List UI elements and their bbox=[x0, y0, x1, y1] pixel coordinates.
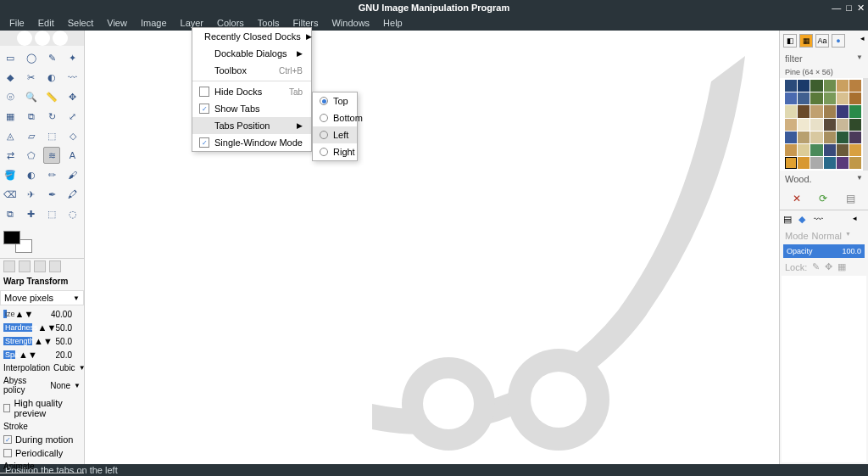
pattern-swatch[interactable] bbox=[849, 92, 861, 104]
tool-text[interactable]: A bbox=[64, 147, 81, 164]
tool-scale[interactable]: ⤢ bbox=[64, 108, 81, 125]
minimize-icon[interactable]: — bbox=[832, 3, 841, 14]
pattern-swatch[interactable] bbox=[837, 157, 849, 169]
warp-mode-select[interactable]: Move pixels▼ bbox=[0, 290, 84, 305]
tabs-pos-top[interactable]: Top bbox=[313, 92, 357, 109]
pattern-swatch[interactable] bbox=[849, 105, 861, 117]
pattern-swatch[interactable] bbox=[785, 119, 797, 131]
dock-menu-icon[interactable]: ◂ bbox=[853, 214, 865, 226]
tab-layers[interactable]: ▤ bbox=[783, 214, 795, 226]
menu-tabs-position[interactable]: Tabs Position▶ bbox=[192, 117, 311, 134]
dock-menu-icon[interactable]: ◂ bbox=[860, 34, 865, 48]
dock-tab-tool-options[interactable] bbox=[3, 260, 15, 272]
pattern-swatch[interactable] bbox=[837, 119, 849, 131]
pattern-swatch[interactable] bbox=[798, 132, 810, 143]
tool-flip[interactable]: ⇄ bbox=[2, 147, 19, 164]
tool-cage[interactable]: ⬠ bbox=[23, 147, 40, 164]
menu-show-tabs[interactable]: Show Tabs bbox=[192, 100, 311, 117]
pattern-swatch[interactable] bbox=[824, 132, 836, 143]
maximize-icon[interactable]: □ bbox=[846, 3, 852, 14]
pattern-swatch[interactable] bbox=[837, 132, 849, 143]
tool-blur[interactable]: ◌ bbox=[64, 205, 81, 222]
pattern-swatch[interactable] bbox=[810, 80, 822, 92]
spinner-icon[interactable]: ▲▼ bbox=[38, 322, 57, 333]
pattern-swatch[interactable] bbox=[837, 92, 849, 104]
layer-list[interactable] bbox=[782, 276, 866, 462]
pattern-swatch[interactable] bbox=[798, 105, 810, 117]
spinner-icon[interactable]: ▲▼ bbox=[34, 336, 53, 346]
pattern-swatch[interactable] bbox=[785, 80, 797, 92]
hardness-slider[interactable]: Hardness 50.0 ▲▼ bbox=[0, 321, 84, 334]
tab-paths[interactable]: 〰 bbox=[814, 214, 826, 226]
lock-move-icon[interactable]: ✥ bbox=[825, 261, 832, 272]
tool-pencil[interactable]: ✏ bbox=[43, 166, 60, 183]
pattern-swatch[interactable] bbox=[849, 132, 861, 143]
tool-warp[interactable]: ≋ bbox=[43, 147, 60, 164]
pattern-swatch[interactable] bbox=[824, 92, 836, 104]
tab-patterns[interactable]: ▦ bbox=[799, 34, 813, 48]
pattern-swatch[interactable] bbox=[785, 92, 797, 104]
lock-paint-icon[interactable]: ✎ bbox=[812, 261, 820, 272]
pattern-swatch[interactable] bbox=[824, 119, 836, 131]
pattern-swatch[interactable] bbox=[810, 132, 822, 143]
pattern-swatch[interactable] bbox=[785, 105, 797, 117]
tool-fuzzy-select[interactable]: ✦ bbox=[64, 49, 81, 66]
strength-slider[interactable]: Strength 50.0 ▲▼ bbox=[0, 334, 84, 348]
tool-foreground-select[interactable]: ◐ bbox=[43, 69, 60, 86]
tool-ink[interactable]: ✒ bbox=[43, 186, 60, 203]
during-motion-check[interactable]: ✓ During motion bbox=[0, 433, 84, 446]
tool-shear[interactable]: ◬ bbox=[2, 127, 19, 144]
tool-color-picker[interactable]: ⦾ bbox=[2, 88, 19, 105]
tool-unified-transform[interactable]: ⬚ bbox=[43, 127, 60, 144]
spinner-icon[interactable]: ▲▼ bbox=[19, 350, 37, 360]
pattern-filter[interactable]: filter ▼ bbox=[780, 51, 868, 66]
pattern-swatch[interactable] bbox=[785, 157, 797, 169]
tool-perspective[interactable]: ▱ bbox=[23, 127, 40, 144]
menu-recently-closed[interactable]: Recently Closed Docks▶ bbox=[192, 28, 311, 45]
menu-select[interactable]: Select bbox=[62, 16, 100, 30]
tool-gradient[interactable]: ◐ bbox=[23, 166, 40, 183]
tabs-pos-right[interactable]: Right bbox=[313, 143, 357, 160]
tool-move[interactable]: ✥ bbox=[64, 88, 81, 105]
tool-rotate[interactable]: ↻ bbox=[43, 108, 60, 125]
tab-history[interactable]: ● bbox=[832, 34, 845, 48]
close-icon[interactable]: ✕ bbox=[857, 3, 865, 14]
pattern-swatch[interactable] bbox=[849, 144, 861, 156]
pattern-swatch[interactable] bbox=[849, 119, 861, 131]
delete-icon[interactable]: ✕ bbox=[793, 193, 801, 204]
pattern-swatch[interactable] bbox=[824, 105, 836, 117]
pattern-swatch[interactable] bbox=[798, 119, 810, 131]
menu-edit[interactable]: Edit bbox=[32, 16, 60, 30]
menu-file[interactable]: File bbox=[3, 16, 31, 30]
tool-mypaint[interactable]: 🖍 bbox=[64, 186, 81, 203]
pattern-name-select[interactable]: Wood. ▼ bbox=[780, 171, 868, 188]
scrollbar[interactable] bbox=[863, 78, 868, 171]
pattern-swatch[interactable] bbox=[798, 92, 810, 104]
pattern-swatch[interactable] bbox=[798, 80, 810, 92]
pattern-swatch[interactable] bbox=[837, 105, 849, 117]
menu-single-window[interactable]: Single-Window Mode bbox=[192, 134, 311, 151]
tool-rect-select[interactable]: ▭ bbox=[2, 49, 19, 66]
pattern-swatch[interactable] bbox=[849, 157, 861, 169]
pattern-swatch[interactable] bbox=[824, 144, 836, 156]
tool-heal[interactable]: ✚ bbox=[23, 205, 40, 222]
tab-channels[interactable]: ◆ bbox=[798, 214, 810, 226]
open-icon[interactable]: ▤ bbox=[846, 193, 855, 204]
spinner-icon[interactable]: ▲▼ bbox=[15, 309, 34, 319]
tool-eraser[interactable]: ⌫ bbox=[2, 186, 19, 203]
tabs-pos-left[interactable]: Left bbox=[313, 126, 357, 143]
tool-handle-transform[interactable]: ◇ bbox=[64, 127, 81, 144]
canvas[interactable] bbox=[85, 31, 779, 464]
tab-brushes[interactable]: ◧ bbox=[783, 34, 797, 48]
pattern-swatch[interactable] bbox=[785, 144, 797, 156]
pattern-swatch[interactable] bbox=[824, 157, 836, 169]
hq-preview-check[interactable]: High quality preview bbox=[0, 396, 84, 420]
layer-mode[interactable]: Mode Normal ▼ bbox=[780, 229, 868, 243]
pattern-swatch[interactable] bbox=[810, 105, 822, 117]
color-selector[interactable] bbox=[0, 226, 84, 258]
tool-measure[interactable]: 📏 bbox=[43, 88, 60, 105]
lock-alpha-icon[interactable]: ▦ bbox=[837, 261, 846, 272]
tool-paintbrush[interactable]: 🖌 bbox=[64, 166, 81, 183]
menu-help[interactable]: Help bbox=[377, 16, 409, 30]
spacing-slider[interactable]: Spa 20.0 ▲▼ bbox=[0, 348, 84, 361]
